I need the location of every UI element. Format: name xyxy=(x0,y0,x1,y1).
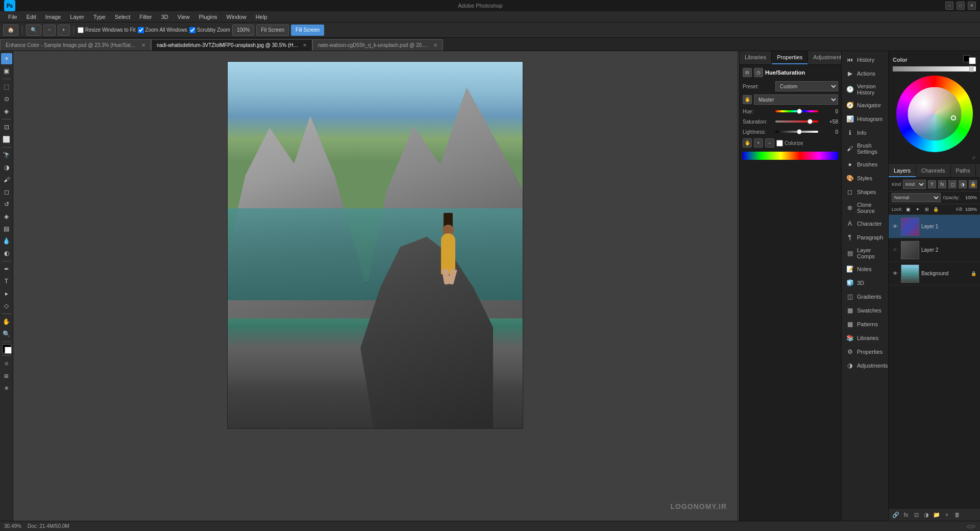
layers-tab-paths[interactable]: Paths xyxy=(951,165,976,177)
nav-brushes[interactable]: ● Brushes xyxy=(842,158,888,171)
layer-bg-visibility[interactable]: 👁 xyxy=(892,270,899,277)
nav-styles[interactable]: 🎨 Styles xyxy=(842,172,888,185)
move-tool[interactable]: ✦ xyxy=(1,53,12,64)
sample-tool-btn[interactable]: 🖐 xyxy=(743,138,752,148)
adj-icon-2[interactable]: ◷ xyxy=(754,68,763,77)
filter-icon-T[interactable]: T xyxy=(928,180,936,188)
nav-layer-comps[interactable]: ▤ Layer Comps xyxy=(842,245,888,262)
layers-tab-layers[interactable]: Layers xyxy=(889,165,916,177)
new-layer-btn[interactable]: + xyxy=(943,511,951,519)
menu-help[interactable]: Help xyxy=(252,13,272,21)
blur-tool[interactable]: 💧 xyxy=(1,235,12,247)
crop-tool[interactable]: ⊡ xyxy=(1,122,12,133)
adj-layer-btn[interactable]: ◑ xyxy=(922,511,930,519)
add-mask-btn[interactable]: ⊡ xyxy=(912,511,920,519)
colorize-checkbox[interactable] xyxy=(776,140,783,147)
lock-all[interactable]: 🔒 xyxy=(933,206,940,213)
tab-1-close[interactable]: ✕ xyxy=(141,42,145,48)
link-layers-btn[interactable]: 🔗 xyxy=(892,511,900,519)
fit-screen-button[interactable]: Fit Screen xyxy=(256,25,289,36)
color-wheel[interactable] xyxy=(896,76,973,152)
lock-move[interactable]: ✦ xyxy=(914,206,921,213)
menu-filter[interactable]: Filter xyxy=(135,13,156,21)
pen-tool[interactable]: ✒ xyxy=(1,263,12,275)
nav-gradients[interactable]: ◫ Gradients xyxy=(842,290,888,303)
layer-2-visibility[interactable]: 👁 xyxy=(892,247,899,254)
brightness-thumb[interactable] xyxy=(969,66,973,72)
spot-heal-tool[interactable]: ◑ xyxy=(1,162,12,173)
menu-view[interactable]: View xyxy=(174,13,194,21)
channel-icon[interactable]: 🖐 xyxy=(743,95,752,104)
tab-2-close[interactable]: ✕ xyxy=(303,42,307,48)
resize-windows-checkbox[interactable]: Resize Windows to Fit xyxy=(78,27,136,33)
tab-libraries[interactable]: Libraries xyxy=(740,51,772,64)
tab-2[interactable]: nadi-whatisdelirium-3VTZIolMFP0-unsplash… xyxy=(151,39,312,51)
quick-select-tool[interactable]: ◈ xyxy=(1,106,12,117)
zoom-all-checkbox[interactable]: Zoom All Windows xyxy=(138,27,187,33)
layer-style-btn[interactable]: fx xyxy=(902,511,910,519)
eraser-tool[interactable]: ◈ xyxy=(1,211,12,222)
menu-image[interactable]: Image xyxy=(41,13,65,21)
nav-adjustments[interactable]: ◑ Adjustments xyxy=(842,359,888,372)
gradient-tool[interactable]: ▤ xyxy=(1,223,12,234)
path-select-tool[interactable]: ▸ xyxy=(1,288,12,299)
zoom-out-button[interactable]: − xyxy=(43,25,56,36)
artboard-tool[interactable]: ▣ xyxy=(1,65,12,77)
menu-layer[interactable]: Layer xyxy=(66,13,88,21)
hue-thumb[interactable] xyxy=(797,109,802,114)
tab-1[interactable]: Enhance Color - Sample Image.psd @ 23.3%… xyxy=(0,39,151,51)
nav-actions[interactable]: ▶ Actions xyxy=(842,67,888,80)
filter-icon-fx[interactable]: fx xyxy=(938,180,946,188)
lasso-tool[interactable]: ⊙ xyxy=(1,93,12,105)
tab-adjustments[interactable]: Adjustments xyxy=(808,51,841,64)
zoom-tool[interactable]: 🔍 xyxy=(1,328,12,340)
zoom-in-button[interactable]: + xyxy=(58,25,70,36)
nav-paragraph[interactable]: ¶ Paragraph xyxy=(842,231,888,244)
menu-edit[interactable]: Edit xyxy=(22,13,40,21)
marquee-tool[interactable]: ⬚ xyxy=(1,81,12,92)
type-tool[interactable]: T xyxy=(1,276,12,287)
nav-shapes[interactable]: ◻ Shapes xyxy=(842,185,888,199)
eyedropper-tool[interactable]: 🔭 xyxy=(1,150,12,161)
layer-item-1[interactable]: 👁 Layer 1 xyxy=(889,215,980,238)
filter-icon-smart[interactable]: 🔒 xyxy=(969,180,977,188)
adj-icon-1[interactable]: ⊟ xyxy=(743,68,752,77)
filter-icon-pixel[interactable]: ◻ xyxy=(948,180,957,188)
menu-plugins[interactable]: Plugins xyxy=(194,13,221,21)
light-thumb[interactable] xyxy=(797,129,802,134)
scrubby-zoom-checkbox[interactable]: Scrubby Zoom xyxy=(189,27,230,33)
stamp-tool[interactable]: ◻ xyxy=(1,186,12,198)
preset-select[interactable]: Custom xyxy=(775,81,838,91)
shape-tool[interactable]: ◇ xyxy=(1,300,12,311)
nav-libraries[interactable]: 📚 Libraries xyxy=(842,331,888,345)
menu-type[interactable]: Type xyxy=(89,13,110,21)
hand-tool[interactable]: ✋ xyxy=(1,316,12,327)
brush-tool[interactable]: 🖌 xyxy=(1,174,12,185)
delete-layer-btn[interactable]: 🗑 xyxy=(953,511,961,519)
history-brush-tool[interactable]: ↺ xyxy=(1,199,12,210)
menu-window[interactable]: Window xyxy=(223,13,251,21)
nav-properties[interactable]: ⚙ Properties xyxy=(842,345,888,358)
frame-tool[interactable]: ⬜ xyxy=(1,134,12,145)
nav-patterns[interactable]: ▩ Patterns xyxy=(842,318,888,331)
add-sample-btn[interactable]: + xyxy=(754,138,763,148)
nav-swatches[interactable]: ▦ Swatches xyxy=(842,304,888,317)
quick-mask-btn[interactable]: ⊙ xyxy=(1,358,12,369)
blend-mode-select[interactable]: Normal xyxy=(892,193,941,202)
nav-version-history[interactable]: 🕐 Version History xyxy=(842,81,888,98)
close-button[interactable]: ✕ xyxy=(968,2,976,10)
search-button[interactable]: 🔍 xyxy=(26,25,41,36)
maximize-button[interactable]: □ xyxy=(957,2,965,10)
menu-select[interactable]: Select xyxy=(111,13,135,21)
menu-3d[interactable]: 3D xyxy=(157,13,173,21)
layer-1-visibility[interactable]: 👁 xyxy=(892,223,899,230)
layers-tab-channels[interactable]: Channels xyxy=(916,165,950,177)
colorize-label[interactable]: Colorize xyxy=(776,140,803,147)
nav-character[interactable]: A Character xyxy=(842,217,888,230)
nav-brush-settings[interactable]: 🖌 Brush Settings xyxy=(842,140,888,157)
color-expand-btn[interactable]: ⤢ xyxy=(972,155,976,160)
tab-3-close[interactable]: ✕ xyxy=(433,42,437,48)
remove-sample-btn[interactable]: − xyxy=(765,138,774,148)
nav-navigator[interactable]: 🧭 Navigator xyxy=(842,99,888,112)
nav-notes[interactable]: 📝 Notes xyxy=(842,262,888,276)
